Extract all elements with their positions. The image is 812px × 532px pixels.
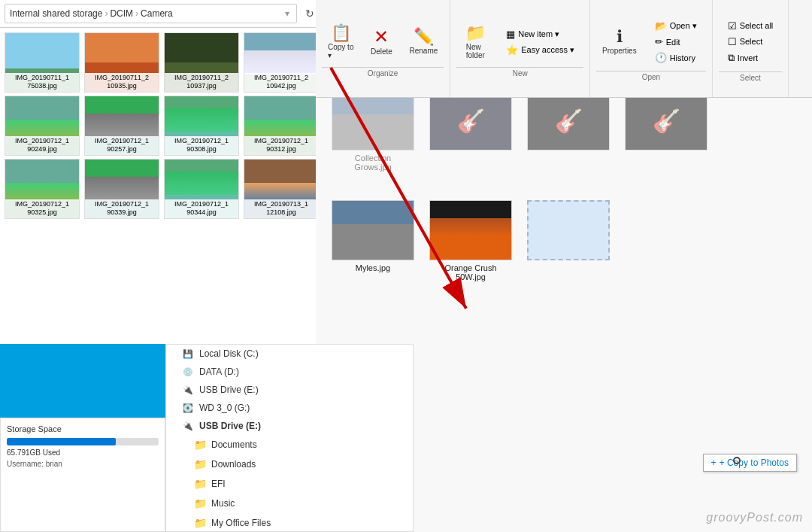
history-icon: 🕐 bbox=[655, 52, 667, 63]
sidebar-item-label: Downloads bbox=[211, 459, 256, 470]
file-thumb[interactable]: IMG_20190711_210942.jpg bbox=[244, 32, 319, 93]
main-file-item[interactable]: 🎸 bbox=[621, 98, 711, 175]
main-thumb: 🎸 bbox=[625, 98, 707, 150]
file-thumb[interactable]: IMG_20190713_112108.jpg bbox=[244, 159, 319, 219]
main-file-label: Myles.jpg bbox=[356, 263, 390, 272]
copy-to-label: Copy to▾ bbox=[328, 43, 353, 59]
usb-icon: 🔌 bbox=[181, 385, 195, 395]
delete-button[interactable]: ✕ Delete bbox=[362, 23, 400, 60]
new-folder-icon: 📁 bbox=[465, 25, 486, 41]
properties-button[interactable]: ℹ Properties bbox=[596, 24, 643, 59]
sidebar-item-label: DATA (D:) bbox=[199, 366, 239, 377]
file-thumb[interactable]: IMG_20190712_190257.jpg bbox=[84, 96, 159, 156]
sidebar-item-myofficefiles[interactable]: 📁 My Office Files bbox=[166, 513, 413, 532]
main-file-item[interactable]: 🎸 bbox=[426, 98, 516, 175]
properties-icon: ℹ bbox=[617, 29, 623, 45]
main-thumb bbox=[332, 98, 414, 150]
copy-icon: + bbox=[711, 458, 717, 468]
sidebar-item-local-disk[interactable]: 💾 Local Disk (C:) bbox=[166, 345, 413, 363]
rename-icon: ✏️ bbox=[414, 29, 434, 45]
folder-icon: 📁 bbox=[193, 458, 207, 470]
file-name: IMG_20190712_190344.jpg bbox=[165, 199, 238, 218]
open-section-label: Open bbox=[596, 71, 706, 81]
invert-button[interactable]: ⧉ Invert bbox=[723, 50, 778, 65]
file-thumb[interactable]: IMG_20190711_210935.jpg bbox=[84, 32, 159, 93]
main-thumb bbox=[429, 200, 512, 260]
file-thumb[interactable]: IMG_20190712_190344.jpg bbox=[164, 159, 239, 219]
copy-to-photos-tooltip[interactable]: + + Copy to Photos bbox=[703, 454, 797, 472]
main-file-item[interactable]: CollectionGrows.jpg bbox=[328, 98, 418, 175]
select-all-button[interactable]: ☑ Select all bbox=[723, 19, 778, 33]
sidebar-item-label: WD 3_0 (G:) bbox=[199, 403, 250, 413]
delete-label: Delete bbox=[371, 47, 392, 56]
file-thumb[interactable]: IMG_20190712_190339.jpg bbox=[84, 159, 159, 219]
main-file-grid: CollectionGrows.jpg 🎸 🎸 🎸 Myles.jpg Oran… bbox=[316, 98, 812, 296]
main-file-item[interactable]: Orange Crush50W.jpg bbox=[426, 197, 516, 284]
file-thumb[interactable]: IMG_20190711_210937.jpg bbox=[164, 32, 239, 93]
sidebar-item-wd[interactable]: 💽 WD 3_0 (G:) bbox=[166, 399, 413, 417]
sidebar-item-downloads[interactable]: 📁 Downloads bbox=[166, 454, 413, 474]
new-folder-label: Newfolder bbox=[466, 43, 485, 59]
storage-label: Storage Space bbox=[7, 424, 159, 433]
main-file-label: CollectionGrows.jpg bbox=[354, 154, 392, 172]
history-label: History bbox=[670, 53, 695, 62]
sidebar-item-music[interactable]: 📁 Music bbox=[166, 494, 413, 513]
open-label: Open ▾ bbox=[670, 21, 697, 31]
sidebar-item-label: Documents bbox=[211, 439, 257, 450]
select-none-button[interactable]: ☐ Select bbox=[723, 35, 778, 49]
breadcrumb-chevron[interactable]: ▾ bbox=[285, 8, 289, 19]
breadcrumb-sep-2: › bbox=[135, 8, 138, 19]
organize-label: Organize bbox=[322, 67, 444, 78]
open-group: 📂 Open ▾ ✏ Edit 🕐 History bbox=[646, 16, 706, 68]
ribbon-select: ☑ Select all ☐ Select ⧉ Invert Select bbox=[713, 0, 789, 97]
new-folder-button[interactable]: 📁 Newfolder bbox=[456, 20, 494, 64]
sidebar-item-documents[interactable]: 📁 Documents bbox=[166, 435, 413, 454]
easy-access-icon: ⭐ bbox=[506, 44, 518, 56]
copy-to-icon: 📋 bbox=[331, 25, 351, 41]
main-thumb: 🎸 bbox=[527, 98, 610, 150]
history-button[interactable]: 🕐 History bbox=[650, 50, 701, 65]
breadcrumb-part-2[interactable]: DCIM bbox=[110, 8, 133, 19]
sidebar-item-data[interactable]: 💿 DATA (D:) bbox=[166, 363, 413, 381]
main-file-label: Orange Crush50W.jpg bbox=[444, 263, 496, 281]
file-name: IMG_20190711_175038.jpg bbox=[5, 73, 79, 92]
sidebar-item-usb-expanded[interactable]: 🔌 USB Drive (E:) bbox=[166, 417, 413, 435]
storage-bar-fill bbox=[7, 438, 116, 445]
edit-icon: ✏ bbox=[655, 36, 663, 47]
edit-button[interactable]: ✏ Edit bbox=[650, 35, 701, 49]
sidebar-item-usb-e[interactable]: 🔌 USB Drive (E:) bbox=[166, 381, 413, 399]
breadcrumb[interactable]: Internal shared storage › DCIM › Camera … bbox=[5, 4, 297, 23]
main-file-placeholder[interactable] bbox=[523, 197, 614, 284]
disk-icon: 💿 bbox=[181, 367, 195, 377]
sidebar-item-label: My Office Files bbox=[211, 518, 271, 528]
file-thumb[interactable]: IMG_20190712_190325.jpg bbox=[5, 159, 80, 219]
file-thumb[interactable]: IMG_20190712_190312.jpg bbox=[244, 96, 319, 156]
main-thumb-placeholder bbox=[527, 200, 610, 260]
folder-icon: 📁 bbox=[193, 497, 207, 509]
file-thumb[interactable]: IMG_20190711_175038.jpg bbox=[5, 32, 80, 93]
file-thumb[interactable]: IMG_20190712_190308.jpg bbox=[164, 96, 239, 156]
main-file-item[interactable]: 🎸 bbox=[523, 98, 614, 175]
breadcrumb-part-3[interactable]: Camera bbox=[141, 8, 173, 19]
sidebar-item-efi[interactable]: 📁 EFI bbox=[166, 474, 413, 494]
main-thumb: 🎸 bbox=[429, 98, 512, 150]
new-item-button[interactable]: ▦ New item ▾ bbox=[501, 27, 579, 41]
open-button[interactable]: 📂 Open ▾ bbox=[650, 19, 701, 33]
watermark: groovyPost.com bbox=[706, 511, 803, 524]
main-thumb bbox=[332, 200, 414, 260]
select-label: Select bbox=[719, 71, 783, 82]
properties-label: Properties bbox=[602, 47, 637, 55]
wd-icon: 💽 bbox=[181, 403, 195, 413]
file-thumb[interactable]: IMG_20190712_190249.jpg bbox=[5, 96, 80, 156]
folder-icon: 📁 bbox=[193, 478, 207, 490]
file-name: IMG_20190712_190339.jpg bbox=[85, 199, 159, 218]
file-name: IMG_20190713_112108.jpg bbox=[244, 199, 318, 218]
easy-access-button[interactable]: ⭐ Easy access ▾ bbox=[501, 43, 579, 57]
file-name: IMG_20190711_210942.jpg bbox=[244, 73, 318, 92]
rename-button[interactable]: ✏️ Rename bbox=[403, 24, 444, 59]
copy-to-button[interactable]: 📋 Copy to▾ bbox=[322, 20, 359, 64]
main-file-item[interactable]: Myles.jpg bbox=[328, 197, 418, 284]
file-name: IMG_20190711_210935.jpg bbox=[85, 73, 159, 92]
rename-label: Rename bbox=[409, 47, 438, 55]
breadcrumb-part-1[interactable]: Internal shared storage bbox=[10, 8, 102, 19]
